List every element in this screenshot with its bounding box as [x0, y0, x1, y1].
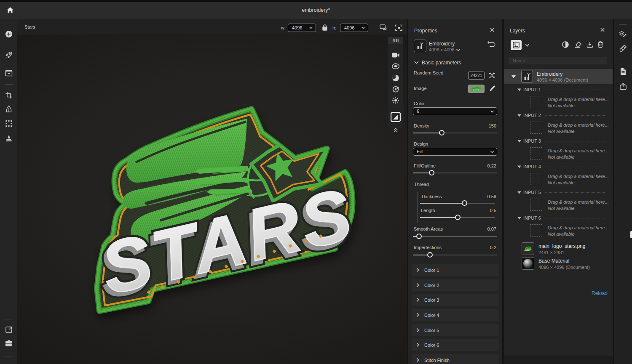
svg-text:STARS: STARS — [473, 88, 480, 91]
